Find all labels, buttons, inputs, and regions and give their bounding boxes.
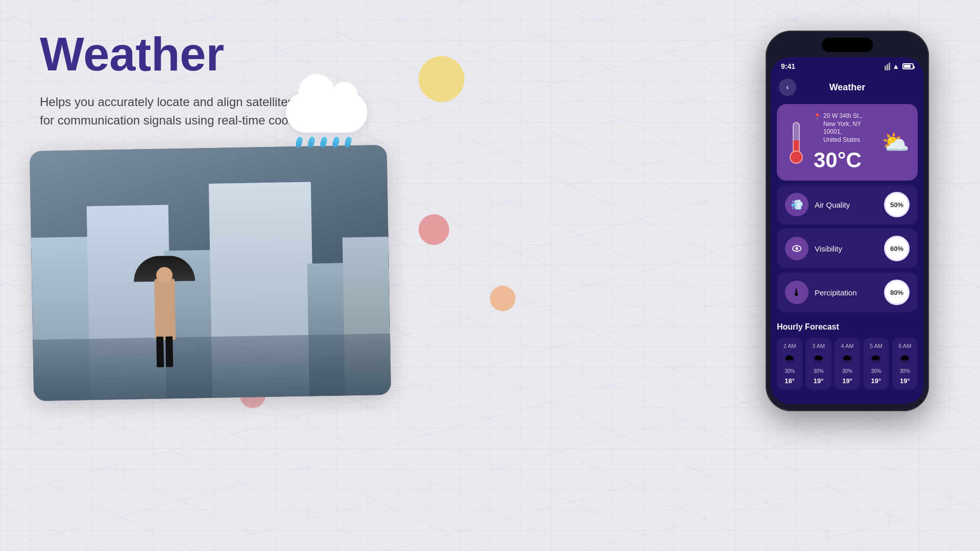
hourly-item-2: 4 AM 🌧 30% 19° <box>835 338 860 390</box>
hourly-title: Hourly Forecast <box>777 322 918 332</box>
visibility-card: Visibility 60% <box>777 229 918 268</box>
signal-bar-1 <box>883 67 884 70</box>
signal-bar-4 <box>889 63 890 70</box>
cloud-shape <box>286 92 368 133</box>
hourly-temp-2: 19° <box>842 377 852 385</box>
air-quality-card: 💨 Air Quality 50% <box>777 185 918 224</box>
wifi-icon: ▲ <box>892 62 899 70</box>
photo-container <box>32 148 389 403</box>
air-quality-icon: 💨 <box>785 193 808 216</box>
hourly-temp-0: 18° <box>785 377 795 385</box>
hourly-time-1: 3 AM <box>812 343 825 349</box>
hourly-time-3: 5 AM <box>870 343 883 349</box>
hourly-temp-4: 19° <box>900 377 910 385</box>
blob-yellow <box>419 56 464 102</box>
battery-icon <box>902 63 914 69</box>
signal-bar-3 <box>887 64 888 70</box>
rain-drops <box>286 137 368 148</box>
phone-frame: 9:41 ▲ ‹ Wea <box>766 31 929 411</box>
rain-drop <box>319 136 328 148</box>
hourly-item-0: 2 AM 🌧 30% 18° <box>777 338 802 390</box>
rain-drop <box>307 136 315 148</box>
hourly-precip-0: 30% <box>785 368 795 374</box>
signal-bar-2 <box>885 66 886 70</box>
hourly-time-0: 2 AM <box>783 343 796 349</box>
hourly-list: 2 AM 🌧 30% 18° 3 AM 🌧 30% 19° 4 AM 🌧 <box>777 338 918 390</box>
cloud-rain-decoration <box>286 92 368 148</box>
signal-bars <box>883 63 890 70</box>
weather-card: 📍 20 W 34th St., New York, NY 10001,Unit… <box>777 104 918 181</box>
blob-red <box>419 214 449 245</box>
pin-icon: 📍 <box>814 113 821 120</box>
status-time: 9:41 <box>781 62 795 70</box>
rainy-city-photo <box>30 145 391 401</box>
hourly-icon-2: 🌧 <box>842 352 853 365</box>
air-quality-percent: 50% <box>884 192 910 217</box>
visibility-icon <box>785 237 808 260</box>
location-line: 📍 20 W 34th St., New York, NY 10001,Unit… <box>814 112 875 144</box>
blob-orange <box>490 286 516 311</box>
precipitation-percent: 80% <box>884 280 910 305</box>
photo-frame <box>30 145 391 401</box>
hourly-icon-0: 🌧 <box>784 352 795 365</box>
thermometer-icon <box>785 122 807 163</box>
hourly-precip-2: 30% <box>842 368 852 374</box>
hourly-precip-3: 30% <box>871 368 881 374</box>
visibility-label: Visibility <box>815 244 878 253</box>
back-button[interactable]: ‹ <box>779 79 796 96</box>
eye-icon <box>791 243 802 254</box>
rain-drop <box>295 136 303 148</box>
thermo-tube <box>793 122 800 153</box>
phone-screen: 9:41 ▲ ‹ Wea <box>771 57 924 404</box>
hourly-time-4: 6 AM <box>898 343 911 349</box>
thermo-bulb <box>790 151 803 164</box>
status-icons: ▲ <box>883 62 914 70</box>
svg-point-1 <box>795 247 798 251</box>
dynamic-island <box>822 38 873 52</box>
partly-cloudy-icon: ⛅ <box>881 129 910 156</box>
main-title: Weather <box>40 31 397 78</box>
rain-drop <box>331 136 340 148</box>
hourly-precip-4: 30% <box>900 368 910 374</box>
temperature-display: 30°C <box>814 148 875 172</box>
rain-drop <box>344 136 352 148</box>
status-bar: 9:41 ▲ <box>771 57 924 72</box>
weather-info: 📍 20 W 34th St., New York, NY 10001,Unit… <box>814 112 875 172</box>
precipitation-icon: 🌡 <box>785 281 808 304</box>
screen-header: ‹ Weather <box>771 72 924 100</box>
precipitation-card: 🌡 Percipitation 80% <box>777 272 918 312</box>
hourly-precip-1: 30% <box>814 368 824 374</box>
visibility-percent: 60% <box>884 236 910 261</box>
hourly-temp-1: 19° <box>814 377 824 385</box>
hourly-section: Hourly Forecast 2 AM 🌧 30% 18° 3 AM 🌧 30… <box>771 316 924 394</box>
hourly-icon-4: 🌧 <box>899 352 911 365</box>
hourly-item-3: 5 AM 🌧 30% 19° <box>863 338 889 390</box>
subtitle-line1: Helps you accurately locate and align sa… <box>40 95 294 109</box>
precipitation-label: Percipitation <box>815 288 878 297</box>
hourly-time-2: 4 AM <box>841 343 853 349</box>
screen-title: Weather <box>796 82 898 93</box>
air-quality-label: Air Quality <box>815 201 878 209</box>
hourly-icon-1: 🌧 <box>813 352 824 365</box>
hourly-icon-3: 🌧 <box>870 352 881 365</box>
phone-mockup: 9:41 ▲ ‹ Wea <box>766 31 939 411</box>
hourly-item-4: 6 AM 🌧 30% 19° <box>892 338 918 390</box>
hourly-item-1: 3 AM 🌧 30% 19° <box>805 338 831 390</box>
hourly-temp-3: 19° <box>871 377 881 385</box>
location-text: 20 W 34th St., New York, NY 10001,United… <box>823 112 875 144</box>
